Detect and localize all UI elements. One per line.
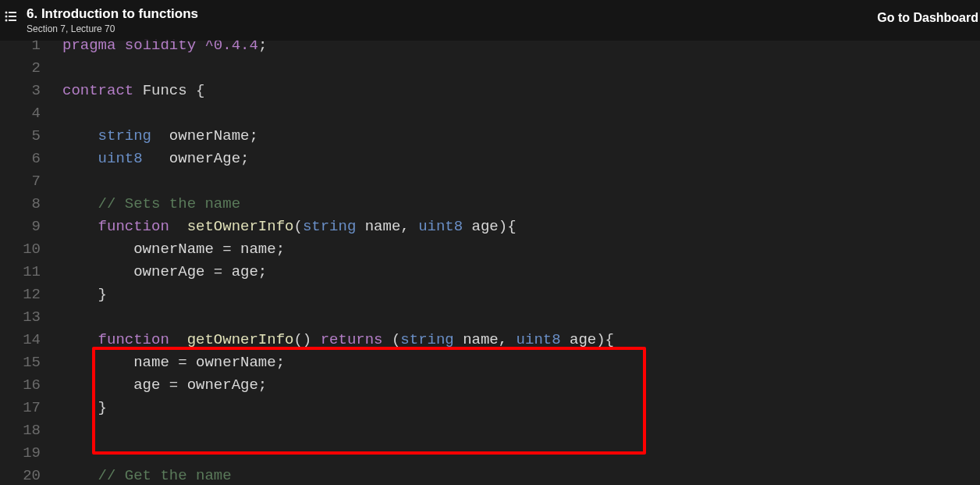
lecture-subtitle: Section 7, Lecture 70 <box>27 23 198 34</box>
code-line[interactable]: 17 } <box>0 397 980 419</box>
code-editor[interactable]: 1pragma solidity ^0.4.4;23contract Funcs… <box>0 34 980 485</box>
line-number: 4 <box>0 102 62 125</box>
title-block: 6. Introduction to functions Section 7, … <box>23 6 198 34</box>
code-content[interactable]: function getOwnerInfo() returns (string … <box>62 329 980 351</box>
course-title: 6. Introduction to functions <box>27 6 198 22</box>
code-line[interactable]: 10 ownerName = name; <box>0 238 980 261</box>
code-line[interactable]: 16 age = ownerAge; <box>0 374 980 397</box>
line-number: 18 <box>0 419 62 442</box>
code-content[interactable]: ownerName = name; <box>62 238 980 261</box>
code-line[interactable]: 11 ownerAge = age; <box>0 261 980 284</box>
code-line[interactable]: 8 // Sets the name <box>0 193 980 216</box>
code-line[interactable]: 3contract Funcs { <box>0 80 980 102</box>
line-number: 9 <box>0 216 62 238</box>
line-number: 20 <box>0 465 62 485</box>
line-number: 5 <box>0 125 62 148</box>
line-number: 14 <box>0 329 62 351</box>
code-content[interactable]: contract Funcs { <box>62 80 980 102</box>
code-content[interactable]: // Get the name <box>62 465 980 485</box>
svg-rect-1 <box>9 12 16 13</box>
code-line[interactable]: 15 name = ownerName; <box>0 351 980 374</box>
line-number: 12 <box>0 284 62 306</box>
code-content[interactable]: name = ownerName; <box>62 351 980 374</box>
line-number: 2 <box>0 57 62 80</box>
svg-rect-3 <box>9 16 16 17</box>
svg-rect-5 <box>9 20 16 21</box>
code-line[interactable]: 14 function getOwnerInfo() returns (stri… <box>0 329 980 351</box>
line-number: 3 <box>0 80 62 102</box>
course-header: 6. Introduction to functions Section 7, … <box>0 0 980 41</box>
line-number: 16 <box>0 374 62 397</box>
code-content[interactable]: // Sets the name <box>62 193 980 216</box>
code-content[interactable]: uint8 ownerAge; <box>62 148 980 170</box>
code-content[interactable]: ownerAge = age; <box>62 261 980 284</box>
code-content[interactable]: string ownerName; <box>62 125 980 148</box>
svg-point-2 <box>5 16 8 18</box>
line-number: 11 <box>0 261 62 284</box>
code-line[interactable]: 13 <box>0 306 980 329</box>
line-number: 13 <box>0 306 62 329</box>
line-number: 15 <box>0 351 62 374</box>
line-number: 19 <box>0 442 62 465</box>
line-number: 7 <box>0 170 62 193</box>
code-line[interactable]: 9 function setOwnerInfo(string name, uin… <box>0 216 980 238</box>
line-number: 6 <box>0 148 62 170</box>
svg-point-0 <box>5 12 8 14</box>
svg-point-4 <box>5 20 8 22</box>
code-content[interactable]: } <box>62 284 980 306</box>
code-line[interactable]: 7 <box>0 170 980 193</box>
code-line[interactable]: 20 // Get the name <box>0 465 980 485</box>
menu-icon[interactable] <box>0 6 23 22</box>
line-number: 10 <box>0 238 62 261</box>
code-line[interactable]: 4 <box>0 102 980 125</box>
code-line[interactable]: 5 string ownerName; <box>0 125 980 148</box>
code-line[interactable]: 12 } <box>0 284 980 306</box>
go-to-dashboard-link[interactable]: Go to Dashboard <box>877 11 980 25</box>
line-number: 17 <box>0 397 62 419</box>
code-line[interactable]: 6 uint8 ownerAge; <box>0 148 980 170</box>
line-number: 8 <box>0 193 62 216</box>
code-content[interactable]: function setOwnerInfo(string name, uint8… <box>62 216 980 238</box>
code-line[interactable]: 19 <box>0 442 980 465</box>
code-line[interactable]: 2 <box>0 57 980 80</box>
code-content[interactable]: } <box>62 397 980 419</box>
code-content[interactable]: age = ownerAge; <box>62 374 980 397</box>
code-line[interactable]: 18 <box>0 419 980 442</box>
